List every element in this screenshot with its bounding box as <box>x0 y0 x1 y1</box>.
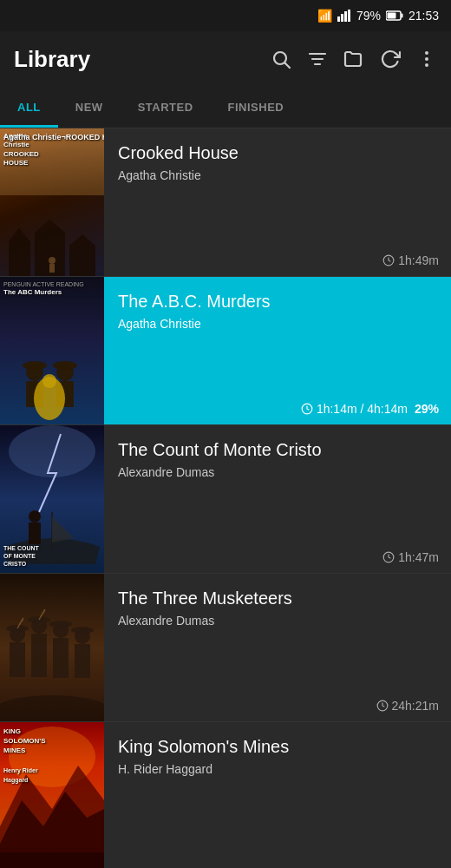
book-duration: 1h:49m <box>382 253 439 267</box>
book-duration: 1h:14m / 4h:14m <box>301 402 408 416</box>
book-title: The Count of Monte Cristo <box>118 439 437 460</box>
svg-rect-2 <box>344 11 347 22</box>
book-meta: 1h:49m <box>382 253 439 267</box>
refresh-icon[interactable] <box>380 49 401 69</box>
svg-point-39 <box>0 695 104 721</box>
svg-point-33 <box>9 425 95 477</box>
book-author: Agatha Christie <box>118 168 437 182</box>
book-author: Alexandre Dumas <box>118 614 437 628</box>
book-cover-crooked-house: AgathaChristieCROOKEDHOUSE <box>0 128 104 276</box>
svg-rect-22 <box>49 264 55 273</box>
svg-point-35 <box>29 510 41 523</box>
svg-rect-47 <box>75 644 90 678</box>
svg-rect-45 <box>53 638 69 678</box>
svg-rect-6 <box>387 13 395 19</box>
svg-rect-43 <box>31 634 47 677</box>
svg-point-31 <box>42 374 56 388</box>
book-title: The A.B.C. Murders <box>118 291 437 312</box>
book-author: Alexandre Dumas <box>118 465 437 479</box>
svg-marker-18 <box>35 220 65 233</box>
book-list: AgathaChristieCROOKEDHOUSE Crooked House <box>0 128 451 868</box>
toolbar: Library <box>0 31 451 87</box>
svg-rect-36 <box>29 523 41 544</box>
tab-all[interactable]: ALL <box>0 87 58 128</box>
svg-marker-16 <box>9 228 30 241</box>
list-item[interactable]: KINGSOLOMON'SMINESHenry RiderHaggard Kin… <box>0 722 451 868</box>
book-cover-king-solomons-mines: KINGSOLOMON'SMINESHenry RiderHaggard <box>0 722 104 868</box>
status-bar: 📶 79% 21:53 <box>0 0 451 31</box>
book-info: King Solomon's Mines H. Rider Haggard <box>104 722 451 868</box>
filter-icon[interactable] <box>307 49 328 69</box>
toolbar-actions <box>271 49 437 69</box>
book-title: King Solomon's Mines <box>118 736 437 757</box>
book-meta: 24h:21m <box>376 699 439 713</box>
svg-rect-19 <box>69 246 95 276</box>
signal-icon <box>337 10 351 22</box>
list-item[interactable]: AgathaChristieCROOKEDHOUSE Crooked House <box>0 128 451 277</box>
svg-rect-3 <box>348 10 350 22</box>
wifi-icon: 📶 <box>317 9 332 23</box>
tab-started[interactable]: STARTED <box>121 87 211 128</box>
clock-icon <box>382 254 395 266</box>
svg-rect-5 <box>401 14 402 18</box>
svg-marker-20 <box>69 234 95 246</box>
list-item[interactable]: The Three Musketeers Alexandre Dumas 24h… <box>0 574 451 722</box>
svg-line-8 <box>285 63 291 69</box>
battery-icon <box>386 10 403 21</box>
clock-icon <box>382 551 395 563</box>
battery-percentage: 79% <box>356 9 381 23</box>
list-item[interactable]: PENGUIN ACTIVE READINGThe ABC Murders Th… <box>0 277 451 425</box>
svg-rect-41 <box>10 642 25 677</box>
svg-rect-15 <box>9 241 30 276</box>
svg-point-21 <box>49 257 56 264</box>
tab-new[interactable]: NEW <box>58 87 121 128</box>
list-item[interactable]: THE COUNTOF MONTECRISTO The Count of Mon… <box>0 425 451 574</box>
time-display: 21:53 <box>409 9 439 23</box>
svg-point-51 <box>71 627 94 634</box>
tab-finished[interactable]: FINISHED <box>211 87 302 128</box>
book-title: Crooked House <box>118 142 437 163</box>
book-meta: 1h:14m / 4h:14m 29% <box>301 402 439 416</box>
clock-icon <box>376 700 389 712</box>
book-cover-monte-cristo: THE COUNTOF MONTECRISTO <box>0 425 104 573</box>
svg-rect-1 <box>341 14 343 22</box>
book-title: The Three Musketeers <box>118 588 437 608</box>
book-author: Agatha Christie <box>118 317 437 331</box>
book-cover-three-musketeers <box>0 574 104 721</box>
book-author: H. Rider Haggard <box>118 762 437 776</box>
tabs: ALL NEW STARTED FINISHED <box>0 87 451 128</box>
book-duration: 1h:47m <box>382 550 439 564</box>
more-options-icon[interactable] <box>416 49 437 69</box>
svg-point-13 <box>425 57 428 61</box>
page-title: Library <box>14 46 271 73</box>
book-meta: 1h:47m <box>382 550 439 564</box>
svg-rect-0 <box>337 16 340 22</box>
clock-icon <box>301 403 313 415</box>
search-icon[interactable] <box>271 49 291 69</box>
svg-point-29 <box>53 361 77 370</box>
svg-point-26 <box>23 361 47 370</box>
svg-point-14 <box>425 63 428 67</box>
svg-rect-56 <box>0 852 104 868</box>
book-cover-abc-murders: PENGUIN ACTIVE READINGThe ABC Murders <box>0 277 104 424</box>
book-duration: 24h:21m <box>376 699 439 713</box>
folder-icon[interactable] <box>343 49 364 69</box>
svg-point-50 <box>49 621 72 628</box>
svg-point-12 <box>425 51 428 55</box>
status-icons: 📶 79% 21:53 <box>317 9 439 23</box>
book-progress-percent: 29% <box>415 402 439 416</box>
